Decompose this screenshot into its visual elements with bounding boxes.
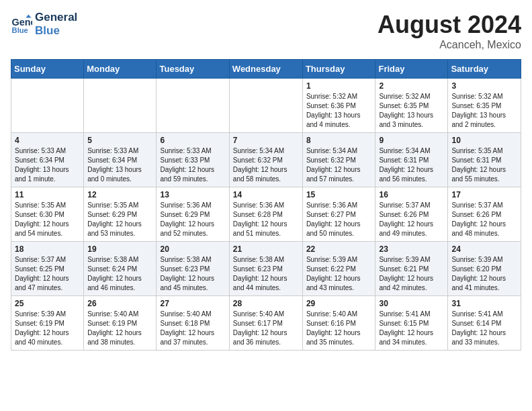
calendar-table: SundayMondayTuesdayWednesdayThursdayFrid… <box>11 59 521 351</box>
day-number: 31 <box>451 299 517 308</box>
calendar-cell <box>11 79 84 133</box>
calendar-cell: 30Sunrise: 5:41 AM Sunset: 6:15 PM Dayli… <box>375 296 448 351</box>
title-block: August 2024 Acanceh, Mexico <box>378 11 521 51</box>
day-info: Sunrise: 5:37 AM Sunset: 6:25 PM Dayligh… <box>15 255 80 293</box>
calendar-cell: 27Sunrise: 5:40 AM Sunset: 6:18 PM Dayli… <box>157 296 229 351</box>
calendar-cell: 22Sunrise: 5:39 AM Sunset: 6:22 PM Dayli… <box>302 242 375 296</box>
day-number: 23 <box>379 244 444 254</box>
calendar-cell: 16Sunrise: 5:37 AM Sunset: 6:26 PM Dayli… <box>375 187 448 242</box>
calendar-cell: 18Sunrise: 5:37 AM Sunset: 6:25 PM Dayli… <box>11 242 84 296</box>
day-info: Sunrise: 5:36 AM Sunset: 6:29 PM Dayligh… <box>160 201 225 238</box>
calendar-cell: 5Sunrise: 5:33 AM Sunset: 6:34 PM Daylig… <box>84 133 157 187</box>
day-info: Sunrise: 5:32 AM Sunset: 6:36 PM Dayligh… <box>306 92 372 130</box>
day-info: Sunrise: 5:36 AM Sunset: 6:28 PM Dayligh… <box>233 201 299 238</box>
day-number: 1 <box>306 81 372 91</box>
calendar-cell: 13Sunrise: 5:36 AM Sunset: 6:29 PM Dayli… <box>157 187 229 242</box>
calendar-cell <box>229 79 302 133</box>
calendar-cell: 23Sunrise: 5:39 AM Sunset: 6:21 PM Dayli… <box>375 242 448 296</box>
day-info: Sunrise: 5:33 AM Sunset: 6:33 PM Dayligh… <box>160 146 225 184</box>
calendar-subtitle: Acanceh, Mexico <box>378 39 521 51</box>
day-number: 19 <box>87 244 152 254</box>
col-header-thursday: Thursday <box>302 60 375 79</box>
calendar-cell: 8Sunrise: 5:34 AM Sunset: 6:32 PM Daylig… <box>302 133 375 187</box>
logo: General Blue General Blue <box>11 11 77 38</box>
day-info: Sunrise: 5:32 AM Sunset: 6:35 PM Dayligh… <box>379 92 444 130</box>
calendar-cell: 21Sunrise: 5:38 AM Sunset: 6:23 PM Dayli… <box>229 242 302 296</box>
day-info: Sunrise: 5:35 AM Sunset: 6:29 PM Dayligh… <box>87 201 152 238</box>
day-number: 14 <box>233 190 299 199</box>
day-info: Sunrise: 5:41 AM Sunset: 6:14 PM Dayligh… <box>451 310 517 347</box>
day-number: 13 <box>160 190 225 199</box>
day-number: 3 <box>451 81 517 91</box>
day-info: Sunrise: 5:40 AM Sunset: 6:17 PM Dayligh… <box>233 310 299 347</box>
logo-general: General <box>35 11 77 24</box>
day-number: 25 <box>15 299 80 308</box>
day-info: Sunrise: 5:32 AM Sunset: 6:35 PM Dayligh… <box>451 92 517 130</box>
calendar-cell: 29Sunrise: 5:40 AM Sunset: 6:16 PM Dayli… <box>302 296 375 351</box>
day-number: 11 <box>15 190 80 199</box>
day-number: 7 <box>233 136 299 145</box>
calendar-cell: 24Sunrise: 5:39 AM Sunset: 6:20 PM Dayli… <box>448 242 521 296</box>
day-info: Sunrise: 5:34 AM Sunset: 6:32 PM Dayligh… <box>306 146 372 184</box>
calendar-cell: 14Sunrise: 5:36 AM Sunset: 6:28 PM Dayli… <box>229 187 302 242</box>
calendar-cell: 25Sunrise: 5:39 AM Sunset: 6:19 PM Dayli… <box>11 296 84 351</box>
calendar-title: August 2024 <box>378 11 521 39</box>
day-number: 21 <box>233 244 299 254</box>
day-info: Sunrise: 5:40 AM Sunset: 6:19 PM Dayligh… <box>87 310 152 347</box>
calendar-cell: 6Sunrise: 5:33 AM Sunset: 6:33 PM Daylig… <box>157 133 229 187</box>
day-info: Sunrise: 5:34 AM Sunset: 6:31 PM Dayligh… <box>379 146 444 184</box>
day-info: Sunrise: 5:39 AM Sunset: 6:22 PM Dayligh… <box>306 255 372 293</box>
calendar-cell: 4Sunrise: 5:33 AM Sunset: 6:34 PM Daylig… <box>11 133 84 187</box>
day-number: 20 <box>160 244 225 254</box>
day-info: Sunrise: 5:34 AM Sunset: 6:32 PM Dayligh… <box>233 146 299 184</box>
col-header-saturday: Saturday <box>448 60 521 79</box>
day-number: 28 <box>233 299 299 308</box>
day-info: Sunrise: 5:37 AM Sunset: 6:26 PM Dayligh… <box>451 201 517 238</box>
calendar-cell: 28Sunrise: 5:40 AM Sunset: 6:17 PM Dayli… <box>229 296 302 351</box>
day-info: Sunrise: 5:35 AM Sunset: 6:31 PM Dayligh… <box>451 146 517 184</box>
day-info: Sunrise: 5:39 AM Sunset: 6:21 PM Dayligh… <box>379 255 444 293</box>
calendar-cell: 11Sunrise: 5:35 AM Sunset: 6:30 PM Dayli… <box>11 187 84 242</box>
day-info: Sunrise: 5:40 AM Sunset: 6:18 PM Dayligh… <box>160 310 225 347</box>
calendar-cell: 15Sunrise: 5:36 AM Sunset: 6:27 PM Dayli… <box>302 187 375 242</box>
logo-blue: Blue <box>35 24 77 38</box>
day-info: Sunrise: 5:39 AM Sunset: 6:20 PM Dayligh… <box>451 255 517 293</box>
day-number: 24 <box>451 244 517 254</box>
day-info: Sunrise: 5:35 AM Sunset: 6:30 PM Dayligh… <box>15 201 80 238</box>
day-info: Sunrise: 5:37 AM Sunset: 6:26 PM Dayligh… <box>379 201 444 238</box>
col-header-monday: Monday <box>84 60 157 79</box>
day-number: 12 <box>87 190 152 199</box>
day-number: 26 <box>87 299 152 308</box>
day-number: 2 <box>379 81 444 91</box>
calendar-cell: 9Sunrise: 5:34 AM Sunset: 6:31 PM Daylig… <box>375 133 448 187</box>
calendar-cell: 3Sunrise: 5:32 AM Sunset: 6:35 PM Daylig… <box>448 79 521 133</box>
col-header-wednesday: Wednesday <box>229 60 302 79</box>
day-number: 10 <box>451 136 517 145</box>
calendar-cell: 26Sunrise: 5:40 AM Sunset: 6:19 PM Dayli… <box>84 296 157 351</box>
day-info: Sunrise: 5:41 AM Sunset: 6:15 PM Dayligh… <box>379 310 444 347</box>
day-info: Sunrise: 5:33 AM Sunset: 6:34 PM Dayligh… <box>87 146 152 184</box>
day-number: 17 <box>451 190 517 199</box>
day-number: 29 <box>306 299 372 308</box>
calendar-cell: 31Sunrise: 5:41 AM Sunset: 6:14 PM Dayli… <box>448 296 521 351</box>
day-number: 22 <box>306 244 372 254</box>
logo-icon: General Blue <box>11 13 32 35</box>
day-number: 27 <box>160 299 225 308</box>
col-header-sunday: Sunday <box>11 60 84 79</box>
calendar-cell: 1Sunrise: 5:32 AM Sunset: 6:36 PM Daylig… <box>302 79 375 133</box>
day-info: Sunrise: 5:33 AM Sunset: 6:34 PM Dayligh… <box>15 146 80 184</box>
day-info: Sunrise: 5:36 AM Sunset: 6:27 PM Dayligh… <box>306 201 372 238</box>
calendar-cell: 10Sunrise: 5:35 AM Sunset: 6:31 PM Dayli… <box>448 133 521 187</box>
day-number: 18 <box>15 244 80 254</box>
day-number: 30 <box>379 299 444 308</box>
calendar-cell <box>84 79 157 133</box>
day-info: Sunrise: 5:40 AM Sunset: 6:16 PM Dayligh… <box>306 310 372 347</box>
day-number: 16 <box>379 190 444 199</box>
day-number: 5 <box>87 136 152 145</box>
day-info: Sunrise: 5:39 AM Sunset: 6:19 PM Dayligh… <box>15 310 80 347</box>
calendar-cell: 12Sunrise: 5:35 AM Sunset: 6:29 PM Dayli… <box>84 187 157 242</box>
calendar-cell: 7Sunrise: 5:34 AM Sunset: 6:32 PM Daylig… <box>229 133 302 187</box>
day-info: Sunrise: 5:38 AM Sunset: 6:24 PM Dayligh… <box>87 255 152 293</box>
col-header-tuesday: Tuesday <box>157 60 229 79</box>
calendar-cell: 17Sunrise: 5:37 AM Sunset: 6:26 PM Dayli… <box>448 187 521 242</box>
